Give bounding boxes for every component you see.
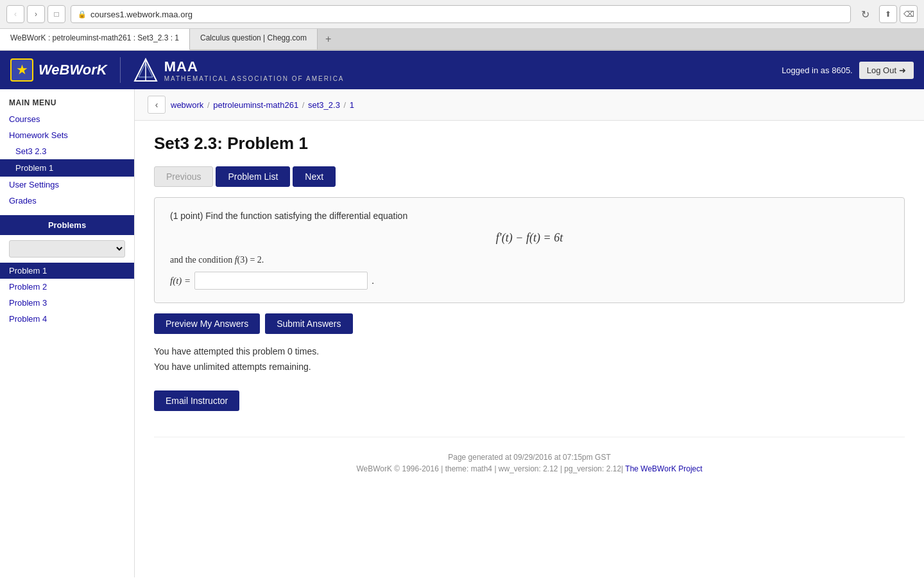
site-header: ★ WeBWorK MAA Mathematical Association o…	[0, 51, 924, 89]
sidebar-problem-2[interactable]: Problem 2	[0, 279, 134, 295]
sidebar-problem-3[interactable]: Problem 3	[0, 295, 134, 311]
sidebar-main-menu-label: MAIN MENU	[0, 89, 134, 111]
sidebar-item-set3[interactable]: Set3 2.3	[0, 143, 134, 159]
next-button[interactable]: Next	[293, 166, 336, 187]
breadcrumb-webwork[interactable]: webwork	[171, 100, 203, 110]
previous-button[interactable]: Previous	[154, 166, 213, 187]
attempt-line-2: You have unlimited attempts remaining.	[154, 360, 905, 375]
browser-back-button[interactable]: ‹	[6, 5, 24, 23]
maa-title: MAA	[164, 58, 345, 75]
sidebar-item-courses[interactable]: Courses	[0, 111, 134, 127]
footer-copyright-text: WeBWorK © 1996-2016 | theme: math4 | ww_…	[356, 464, 623, 473]
footer-generated: Page generated at 09/29/2016 at 07:15pm …	[154, 453, 905, 462]
browser-toolbar: ‹ › □ 🔒 courses1.webwork.maa.org ↻ ⬆ ⌫	[0, 0, 924, 29]
maa-text-block: MAA Mathematical Association of America	[164, 58, 345, 82]
attempt-line-1: You have attempted this problem 0 times.	[154, 344, 905, 360]
breadcrumb-sep-3: /	[344, 100, 346, 110]
main-container: MAIN MENU Courses Homework Sets Set3 2.3…	[0, 89, 924, 577]
browser-window-button[interactable]: □	[47, 5, 65, 23]
problem-nav: Previous Problem List Next	[154, 166, 905, 187]
browser-tab-2[interactable]: Calculus question | Chegg.com	[190, 29, 318, 49]
page-footer: Page generated at 09/29/2016 at 07:15pm …	[154, 437, 905, 484]
problem-statement: (1 point) Find the function satisfying t…	[170, 211, 889, 221]
webwork-brand-text: WeBWorK	[38, 62, 107, 78]
breadcrumb-set[interactable]: set3_2.3	[308, 100, 340, 110]
browser-sidebar-button[interactable]: ⌫	[900, 5, 918, 23]
logout-label: Log Out	[867, 66, 896, 75]
input-period: .	[372, 276, 374, 286]
page-wrapper: ★ WeBWorK MAA Mathematical Association o…	[0, 51, 924, 577]
problem-box: (1 point) Find the function satisfying t…	[154, 197, 905, 303]
breadcrumb-text: webwork / petroleuminst-math261 / set3_2…	[171, 100, 354, 110]
webwork-logo: ★ WeBWorK	[10, 58, 107, 82]
breadcrumb-problem[interactable]: 1	[350, 100, 354, 110]
input-label: f(t) =	[170, 276, 191, 286]
sidebar-problem-4[interactable]: Problem 4	[0, 311, 134, 327]
breadcrumb-course[interactable]: petroleuminst-math261	[213, 100, 298, 110]
breadcrumb-back-button[interactable]: ‹	[148, 96, 166, 114]
maa-icon-svg	[133, 58, 158, 82]
preview-answers-button[interactable]: Preview My Answers	[154, 313, 260, 334]
header-right: Logged in as 8605. Log Out ➜	[782, 62, 914, 79]
lock-icon: 🔒	[78, 10, 87, 19]
breadcrumb-sep-1: /	[207, 100, 210, 110]
browser-tab-1[interactable]: WeBWorK : petroleuminst-math261 : Set3_2…	[0, 29, 190, 50]
sidebar: MAIN MENU Courses Homework Sets Set3 2.3…	[0, 89, 135, 577]
browser-share-button[interactable]: ⬆	[879, 5, 897, 23]
browser-forward-button[interactable]: ›	[27, 5, 45, 23]
logged-in-text: Logged in as 8605.	[782, 66, 853, 75]
maa-logo: MAA Mathematical Association of America	[133, 58, 345, 82]
browser-nav-buttons: ‹ › □	[6, 5, 65, 23]
email-instructor-button[interactable]: Email Instructor	[154, 390, 239, 411]
problem-statement-text: Find the function satisfying the differe…	[205, 211, 407, 221]
problem-equation: f′(t) − f(t) = 6t	[170, 231, 889, 245]
problem-point-value: (1 point)	[170, 211, 203, 221]
logout-button[interactable]: Log Out ➜	[859, 62, 914, 79]
maa-subtitle: Mathematical Association of America	[164, 75, 345, 82]
browser-right-buttons: ⬆ ⌫	[879, 5, 918, 23]
sidebar-item-problem1-active[interactable]: Problem 1	[0, 159, 134, 177]
sidebar-item-homework-sets[interactable]: Homework Sets	[0, 127, 134, 143]
browser-reload-button[interactable]: ↻	[856, 5, 874, 23]
footer-project-link[interactable]: The WeBWorK Project	[625, 464, 702, 473]
header-left: ★ WeBWorK MAA Mathematical Association o…	[10, 57, 345, 83]
browser-chrome: ‹ › □ 🔒 courses1.webwork.maa.org ↻ ⬆ ⌫ W…	[0, 0, 924, 51]
logo-star-icon: ★	[10, 58, 33, 82]
browser-address-bar[interactable]: 🔒 courses1.webwork.maa.org	[71, 5, 851, 23]
problem-input-row: f(t) = .	[170, 272, 889, 290]
problem-content: Set3 2.3: Problem 1 Previous Problem Lis…	[135, 121, 924, 496]
logout-arrow-icon: ➜	[899, 66, 906, 75]
submit-answers-button[interactable]: Submit Answers	[265, 313, 352, 334]
browser-url: courses1.webwork.maa.org	[90, 10, 193, 19]
problem-title: Set3 2.3: Problem 1	[154, 134, 905, 153]
breadcrumb-sep-2: /	[302, 100, 305, 110]
footer-copyright: WeBWorK © 1996-2016 | theme: math4 | ww_…	[154, 464, 905, 473]
sidebar-item-grades[interactable]: Grades	[0, 193, 134, 209]
answer-input[interactable]	[194, 272, 368, 290]
breadcrumb-bar: ‹ webwork / petroleuminst-math261 / set3…	[135, 89, 924, 121]
browser-tabs: WeBWorK : petroleuminst-math261 : Set3_2…	[0, 29, 924, 50]
attempt-info: You have attempted this problem 0 times.…	[154, 344, 905, 375]
sidebar-problems-header: Problems	[0, 215, 134, 235]
sidebar-item-user-settings[interactable]: User Settings	[0, 177, 134, 193]
sidebar-problem-selector	[0, 235, 134, 263]
header-divider	[120, 57, 121, 83]
content-area: ‹ webwork / petroleuminst-math261 / set3…	[135, 89, 924, 577]
problem-condition: and the condition f(3) = 2.	[170, 255, 889, 265]
problem-list-button[interactable]: Problem List	[216, 166, 290, 187]
sidebar-problem-1[interactable]: Problem 1	[0, 263, 134, 279]
sidebar-problem-select[interactable]	[9, 240, 125, 258]
action-buttons: Preview My Answers Submit Answers	[154, 313, 905, 334]
browser-tab-add-button[interactable]: +	[318, 29, 339, 49]
